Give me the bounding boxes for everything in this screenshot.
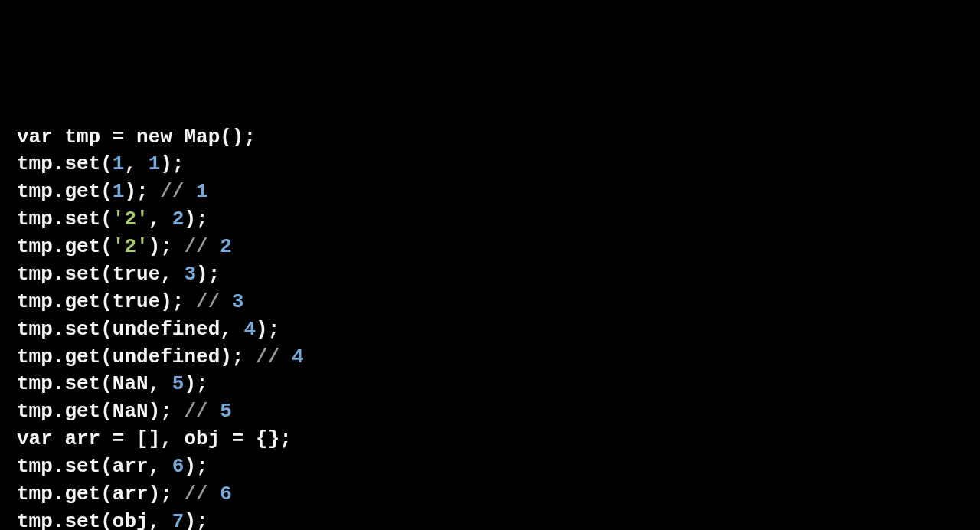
- comment-number: 5: [220, 400, 232, 423]
- string-literal: '2': [113, 208, 149, 231]
- code-text: );: [256, 318, 279, 341]
- code-line: var tmp = new Map();: [17, 126, 256, 149]
- number-literal: 1: [149, 152, 161, 175]
- code-line: var arr = [], obj = {};: [17, 427, 292, 450]
- comment: //: [160, 180, 196, 203]
- comment-number: 1: [196, 180, 208, 203]
- code-line: tmp.set('2', 2);: [17, 208, 208, 231]
- code-text: Map();: [172, 126, 256, 149]
- code-text: );: [184, 510, 207, 530]
- code-text: tmp.get(arr);: [17, 483, 184, 505]
- code-text: tmp.get(NaN);: [17, 400, 184, 423]
- code-text: tmp.set(true,: [17, 263, 184, 286]
- code-text: );: [184, 372, 207, 395]
- code-text: tmp.set(obj,: [17, 510, 172, 530]
- code-line: tmp.get(arr); // 6: [17, 483, 232, 505]
- code-line: tmp.set(undefined, 4);: [17, 318, 279, 341]
- code-text: tmp.get(true);: [17, 290, 196, 313]
- comment: //: [184, 235, 220, 258]
- code-line: tmp.set(NaN, 5);: [17, 372, 208, 395]
- code-line: tmp.get(NaN); // 5: [17, 400, 232, 423]
- code-text: );: [149, 235, 185, 258]
- code-line: tmp.set(true, 3);: [17, 263, 220, 286]
- code-line: tmp.get(1); // 1: [17, 180, 208, 203]
- code-line: tmp.set(1, 1);: [17, 152, 184, 175]
- code-text: tmp.get(: [17, 235, 113, 258]
- keyword: new: [136, 126, 172, 149]
- comment-number: 4: [292, 345, 304, 368]
- number-literal: 4: [243, 318, 256, 341]
- keyword: var: [17, 427, 53, 450]
- code-line: tmp.set(arr, 6);: [17, 455, 208, 478]
- code-text: tmp.get(undefined);: [17, 345, 256, 368]
- code-text: ,: [124, 152, 148, 175]
- code-text: );: [196, 263, 220, 286]
- code-text: tmp.set(NaN,: [17, 372, 172, 395]
- comment-number: 3: [232, 290, 244, 313]
- keyword: var: [17, 126, 53, 149]
- code-line: tmp.get('2'); // 2: [17, 235, 232, 258]
- comment: //: [256, 345, 292, 368]
- code-text: tmp.set(arr,: [17, 455, 172, 478]
- code-text: tmp.set(undefined,: [17, 318, 243, 341]
- code-text: arr = [], obj = {};: [53, 427, 292, 450]
- comment: //: [184, 400, 220, 423]
- code-text: tmp.set(: [17, 152, 113, 175]
- number-literal: 1: [113, 152, 125, 175]
- code-line: tmp.set(obj, 7);: [17, 510, 208, 530]
- code-text: );: [124, 180, 160, 203]
- number-literal: 7: [172, 510, 185, 530]
- code-block: var tmp = new Map(); tmp.set(1, 1); tmp.…: [17, 124, 963, 531]
- code-text: );: [160, 152, 184, 175]
- code-text: );: [184, 208, 207, 231]
- string-literal: '2': [113, 235, 149, 258]
- code-text: tmp.get(: [17, 180, 113, 203]
- code-text: );: [184, 455, 207, 478]
- number-literal: 1: [113, 180, 125, 203]
- code-line: tmp.get(true); // 3: [17, 290, 243, 313]
- comment-number: 2: [220, 235, 232, 258]
- comment-number: 6: [220, 483, 232, 505]
- number-literal: 5: [172, 372, 185, 395]
- code-text: ,: [149, 208, 172, 231]
- number-literal: 3: [184, 263, 196, 286]
- number-literal: 6: [172, 455, 185, 478]
- code-text: tmp =: [53, 126, 136, 149]
- code-text: tmp.set(: [17, 208, 113, 231]
- number-literal: 2: [172, 208, 185, 231]
- code-line: tmp.get(undefined); // 4: [17, 345, 303, 368]
- comment: //: [196, 290, 232, 313]
- comment: //: [184, 483, 220, 505]
